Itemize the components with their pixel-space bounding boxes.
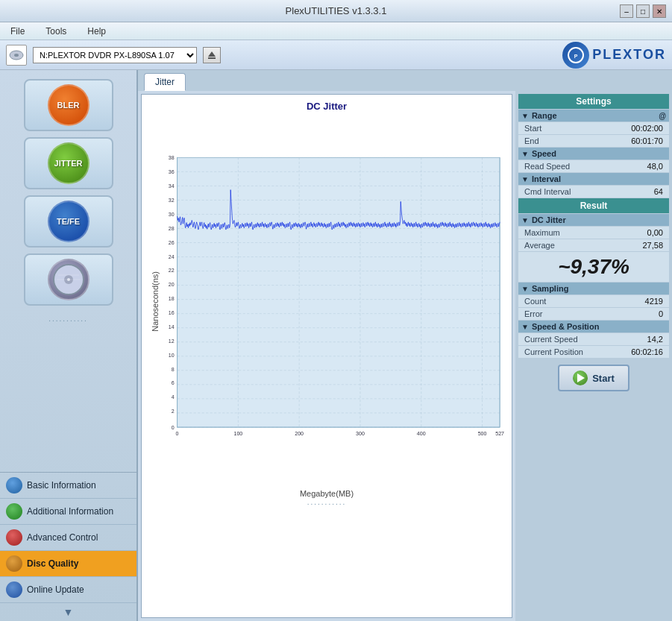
read-speed-value: 48,0 (647, 162, 663, 171)
jitter-button[interactable]: JITTER (24, 137, 113, 189)
minimize-button[interactable]: – (620, 4, 633, 18)
cmd-interval-field-row: Cmd Interval 64 (518, 186, 669, 198)
settings-panel: Settings ▼ Range @ Start 00:02:00 End 60… (515, 91, 672, 621)
tab-jitter[interactable]: Jitter (144, 73, 186, 91)
current-speed-field-row: Current Speed 14,2 (518, 333, 669, 345)
collapse-sidebar-button[interactable]: ▼ (63, 606, 74, 618)
separator-dots: ........... (48, 315, 88, 323)
svg-text:38: 38 (169, 155, 175, 160)
maximum-field-row: Maximum 0,00 (518, 227, 669, 239)
sidebar-item-disc-quality[interactable]: Disc Quality (0, 551, 136, 577)
average-value: 27,58 (642, 241, 663, 250)
error-label: Error (524, 309, 659, 318)
play-triangle-icon (577, 373, 585, 382)
settings-header: Settings (518, 94, 669, 109)
drive-selector[interactable]: N:PLEXTOR DVDR PX-L890SA 1.07 (33, 47, 197, 63)
error-field-row: Error 0 (518, 308, 669, 320)
bler-button[interactable]: BLER (24, 79, 113, 131)
bler-icon: BLER (48, 84, 90, 126)
svg-text:0: 0 (172, 425, 175, 430)
count-field-row: Count 4219 (518, 295, 669, 307)
advanced-control-icon (6, 529, 22, 546)
svg-text:527: 527 (495, 431, 504, 436)
speed-toggle[interactable]: ▼ (521, 150, 529, 158)
tab-bar: Jitter (138, 70, 672, 91)
start-field-row: Start 00:02:00 (518, 122, 669, 134)
sampling-toggle[interactable]: ▼ (521, 285, 529, 293)
svg-text:30: 30 (169, 212, 175, 217)
y-axis-label: Nanosecond(ns) (148, 271, 160, 332)
sidebar: BLER JITTER TE/FE ...... (0, 70, 138, 621)
additional-info-icon (6, 503, 22, 520)
eject-button[interactable] (203, 47, 221, 63)
svg-text:4: 4 (172, 394, 175, 400)
help-menu[interactable]: Help (83, 25, 110, 38)
read-speed-field-row: Read Speed 48,0 (518, 160, 669, 172)
cmd-interval-label: Cmd Interval (524, 187, 654, 196)
start-button[interactable]: Start (558, 365, 629, 391)
read-speed-label: Read Speed (524, 162, 647, 171)
plextor-brand-text: PLEXTOR (592, 47, 666, 63)
svg-text:12: 12 (169, 338, 175, 344)
svg-text:6: 6 (172, 380, 175, 385)
maximum-label: Maximum (524, 228, 647, 237)
svg-text:14: 14 (169, 324, 175, 330)
disc-quality-icon (6, 555, 22, 572)
advanced-control-label: Advanced Control (27, 532, 98, 543)
svg-marker-3 (208, 51, 216, 57)
speed-position-toggle[interactable]: ▼ (521, 323, 529, 331)
online-update-label: Online Update (27, 584, 84, 595)
chart-settings-area: DC Jitter Nanosecond(ns) (138, 91, 672, 621)
dc-jitter-toggle[interactable]: ▼ (521, 216, 529, 224)
menu-bar: File Tools Help (0, 22, 672, 40)
start-button-area: Start (518, 365, 669, 391)
svg-rect-2 (208, 57, 216, 59)
plextor-logo: P PLEXTOR (562, 42, 666, 69)
speed-position-section-header: ▼ Speed & Position (518, 321, 669, 332)
sidebar-icons: BLER JITTER TE/FE ...... (0, 70, 136, 472)
svg-text:P: P (574, 54, 578, 59)
average-field-row: Average 27,58 (518, 239, 669, 251)
end-field-row: End 60:01:70 (518, 135, 669, 147)
svg-text:400: 400 (417, 431, 426, 436)
sidebar-item-additional-information[interactable]: Additional Information (0, 499, 136, 525)
disc-quality-label: Disc Quality (27, 558, 78, 569)
file-menu[interactable]: File (6, 25, 29, 38)
start-button-label: Start (592, 373, 615, 384)
disc-scan-icon (48, 259, 90, 300)
sidebar-item-basic-information[interactable]: Basic Information (0, 473, 136, 499)
close-button[interactable]: ✕ (653, 4, 666, 18)
big-percent-display: ~9,37% (518, 252, 669, 282)
sidebar-item-advanced-control[interactable]: Advanced Control (0, 525, 136, 551)
svg-rect-11 (178, 157, 500, 427)
sidebar-item-online-update[interactable]: Online Update (0, 577, 136, 603)
count-value: 4219 (645, 297, 663, 306)
chart-dots-bottom: ........... (148, 498, 506, 506)
window-controls: – □ ✕ (620, 4, 666, 18)
maximize-button[interactable]: □ (636, 4, 650, 18)
x-axis-label: Megabyte(MB) (148, 489, 506, 498)
range-at-icon: @ (659, 112, 666, 120)
svg-text:18: 18 (169, 296, 175, 301)
sampling-label: Sampling (532, 284, 569, 293)
chart-container: DC Jitter Nanosecond(ns) (141, 94, 512, 618)
tefe-button[interactable]: TE/FE (24, 195, 113, 248)
svg-text:100: 100 (233, 431, 242, 436)
disc-scan-button[interactable] (24, 253, 113, 306)
end-value: 60:01:70 (631, 136, 663, 145)
maximum-value: 0,00 (647, 228, 663, 237)
start-button-icon (573, 371, 588, 385)
range-toggle[interactable]: ▼ (521, 112, 529, 120)
tools-menu[interactable]: Tools (41, 25, 71, 38)
start-value: 00:02:00 (631, 124, 663, 133)
drive-icon (6, 45, 27, 66)
svg-text:36: 36 (169, 169, 175, 174)
additional-info-label: Additional Information (27, 506, 113, 517)
chart-title: DC Jitter (148, 101, 506, 112)
toolbar: N:PLEXTOR DVDR PX-L890SA 1.07 P PLEXTOR (0, 40, 672, 70)
interval-toggle[interactable]: ▼ (521, 175, 529, 183)
main-layout: BLER JITTER TE/FE ...... (0, 70, 672, 621)
speed-label: Speed (532, 149, 556, 158)
start-label: Start (524, 124, 631, 133)
app-title: PlexUTILITIES v1.3.3.1 (286, 5, 387, 16)
